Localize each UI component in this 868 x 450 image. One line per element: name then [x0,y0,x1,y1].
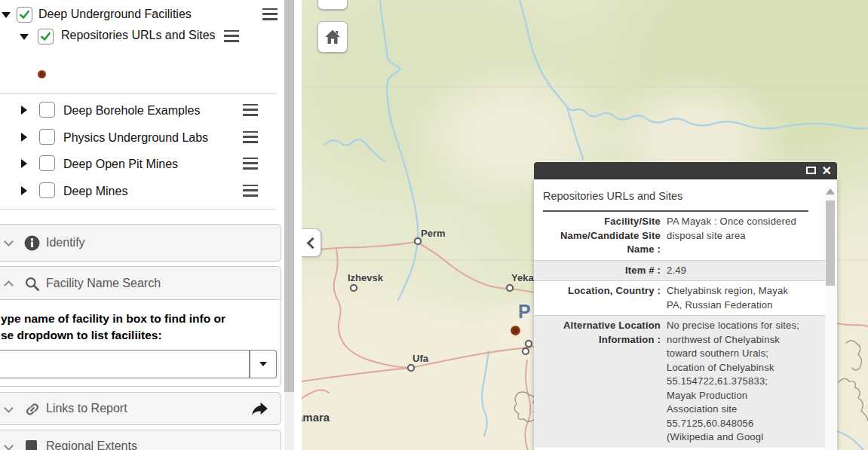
facility-name-search-panel: Facility Name Search ype name of facilit… [0,266,281,387]
attribute-value: 2.49 [667,264,799,278]
layer-checkbox-unchecked[interactable] [39,102,55,118]
layer-menu-icon[interactable] [224,30,239,42]
layer-row-deep-underground-facilities: Deep Underground Facilities [2,6,278,23]
chevron-down-icon [4,441,14,450]
attribute-label: Location, Country : [534,284,667,312]
check-icon [18,8,31,21]
layer-menu-icon[interactable] [262,8,278,20]
instruction-line-1: ype name of facility in box to find info… [1,311,272,327]
scroll-up-arrow-icon[interactable] [826,188,835,194]
identify-panel-label: Identify [46,236,85,249]
city-marker-izhevsk [350,284,357,292]
map-label-izhevsk: Izhevsk [348,272,383,283]
popup-scrollbar-thumb[interactable] [826,201,835,286]
zoom-control-button-partial[interactable] [317,0,348,10]
maximize-icon[interactable] [806,167,816,174]
attribute-row: Location, Country : Chelyabinsk region, … [534,280,825,315]
facility-point-marker[interactable] [511,326,520,335]
map-label-perm: Perm [421,228,446,239]
attribute-label: Item # : [534,264,667,278]
layer-menu-icon[interactable] [243,104,258,116]
expand-icon[interactable] [21,133,27,142]
regional-extents-panel[interactable]: Regional Extents [0,430,281,450]
layer-checkbox-checked[interactable] [38,29,54,44]
info-icon [24,235,40,251]
layer-checkbox-unchecked[interactable] [39,129,55,145]
divider [0,209,276,210]
legend-symbol-red-dot [38,70,46,78]
attribute-row: Facility/Site Name/Candidate Site Name :… [534,212,825,260]
instruction-line-2: se dropdown to list faciliites: [1,327,272,344]
popup-scrollbar[interactable] [825,185,836,450]
facility-search-label: Facility Name Search [46,277,161,290]
app-window: Deep Underground Facilities Repositories… [0,0,868,450]
facility-combobox-dropdown-button[interactable] [250,350,277,378]
expand-icon[interactable] [21,159,27,168]
home-icon [324,28,342,46]
layer-label[interactable]: Physics Underground Labs [63,130,243,145]
attribute-label: Facility/Site Name/Candidate Site Name : [534,215,667,257]
layer-row-deep-mines: Deep Mines [21,182,258,199]
facility-search-header[interactable]: Facility Name Search [0,267,281,300]
collapse-sidebar-button[interactable] [302,228,321,257]
regional-extents-label: Regional Extents [46,439,137,450]
home-button[interactable] [317,21,348,53]
expand-collapse-icon[interactable] [2,12,11,18]
feature-info-popup: ✕ Repositories URLs and Sites Facility/S… [534,162,837,450]
expand-icon[interactable] [21,186,27,195]
popup-titlebar[interactable]: ✕ [534,162,837,179]
city-marker [522,347,529,355]
expand-icon[interactable] [21,106,27,115]
layer-checkbox-checked[interactable] [17,7,32,23]
attribute-label: Alternative Location Information : [534,319,667,445]
chevron-up-icon [4,280,14,290]
attribute-row: Item # : 2.49 [534,260,825,281]
sidebar-scrollbar[interactable] [284,0,294,450]
attribute-row: Alternative Location Information : No pr… [534,315,825,448]
links-to-report-label: Links to Report [46,402,127,415]
expand-collapse-icon[interactable] [20,34,29,40]
layer-menu-icon[interactable] [243,131,258,143]
share-arrow-icon[interactable] [251,400,268,418]
check-icon [39,30,52,43]
facility-name-combobox-input[interactable] [0,350,250,378]
layer-label[interactable]: Deep Underground Facilities [38,6,262,22]
layer-checkbox-unchecked[interactable] [39,155,55,171]
layer-checkbox-unchecked[interactable] [39,182,55,198]
city-marker-yekaterinburg [506,284,514,292]
map-label-ufa: Ufa [413,353,428,364]
divider [0,93,276,94]
layer-menu-icon[interactable] [243,158,258,170]
layer-sidebar: Deep Underground Facilities Repositories… [0,0,302,450]
attribute-table: Facility/Site Name/Candidate Site Name :… [534,212,825,448]
link-icon [24,401,41,418]
attribute-value: PA Mayak : Once considered disposal site… [667,215,799,257]
chevron-down-icon [4,403,14,413]
layer-row-repositories-urls-and-sites: Repositories URLs and Sites [20,27,262,44]
chevron-down-icon [4,237,14,246]
city-marker-ufa [407,364,415,372]
layer-row-deep-open-pit-mines: Deep Open Pit Mines [21,155,258,172]
sidebar-scrollbar-thumb[interactable] [284,0,294,392]
identify-panel[interactable]: Identify [0,224,281,262]
close-icon[interactable]: ✕ [822,163,832,179]
map-label-samara: Samara [302,411,330,424]
map-label-p-partial: P [518,301,531,323]
links-to-report-panel[interactable]: Links to Report [0,392,281,425]
layer-menu-icon[interactable] [243,185,258,197]
popup-title: Repositories URLs and Sites [543,190,808,212]
attribute-value: No precise locations for sites; northwes… [667,319,799,445]
popup-body: Repositories URLs and Sites Facility/Sit… [534,179,837,450]
layer-label[interactable]: Deep Open Pit Mines [63,156,243,172]
layer-label[interactable]: Deep Mines [63,183,243,199]
layer-label[interactable]: Repositories URLs and Sites [61,27,224,43]
extent-square-icon [26,440,37,450]
dropdown-arrow-icon [259,362,267,366]
facility-search-instructions: ype name of facility in box to find info… [1,311,272,344]
search-icon [24,276,41,292]
layer-row-deep-borehole-examples: Deep Borehole Examples [21,102,258,118]
chevron-left-icon [307,237,319,249]
city-marker [525,340,532,347]
layer-row-physics-underground-labs: Physics Underground Labs [21,129,258,145]
layer-label[interactable]: Deep Borehole Examples [63,103,243,118]
